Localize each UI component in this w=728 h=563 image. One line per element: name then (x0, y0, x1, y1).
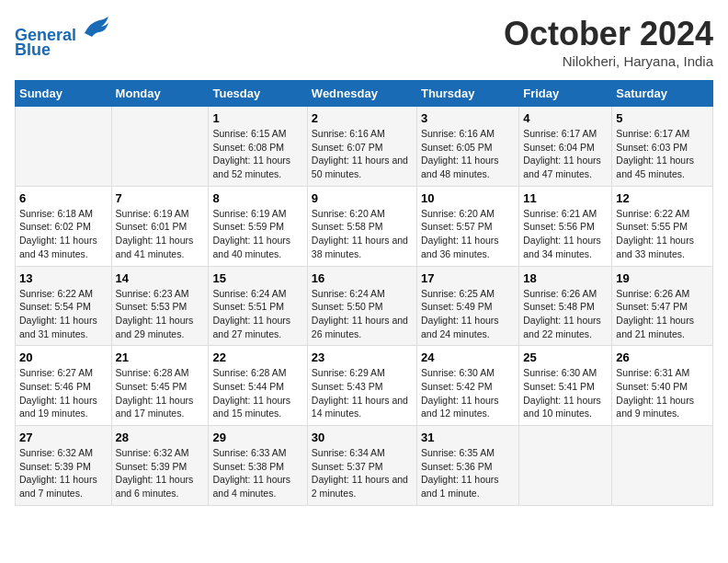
day-cell (111, 107, 209, 187)
day-cell: 30Sunrise: 6:34 AM Sunset: 5:37 PM Dayli… (307, 426, 416, 506)
day-number: 22 (212, 350, 302, 364)
day-cell: 14Sunrise: 6:23 AM Sunset: 5:53 PM Dayli… (111, 266, 209, 346)
day-number: 6 (19, 191, 108, 205)
day-cell: 17Sunrise: 6:25 AM Sunset: 5:49 PM Dayli… (416, 266, 518, 346)
day-cell: 29Sunrise: 6:33 AM Sunset: 5:38 PM Dayli… (209, 426, 307, 506)
day-cell: 20Sunrise: 6:27 AM Sunset: 5:46 PM Dayli… (16, 346, 112, 426)
day-cell: 13Sunrise: 6:22 AM Sunset: 5:54 PM Dayli… (16, 266, 112, 346)
day-cell (519, 426, 612, 506)
day-number: 19 (616, 271, 709, 285)
day-number: 16 (312, 271, 413, 285)
day-cell (612, 426, 713, 506)
day-cell: 27Sunrise: 6:32 AM Sunset: 5:39 PM Dayli… (16, 426, 112, 506)
day-cell: 7Sunrise: 6:19 AM Sunset: 6:01 PM Daylig… (111, 186, 209, 266)
day-number: 15 (212, 271, 302, 285)
day-cell: 12Sunrise: 6:22 AM Sunset: 5:55 PM Dayli… (612, 186, 713, 266)
day-cell: 4Sunrise: 6:17 AM Sunset: 6:04 PM Daylig… (519, 107, 612, 187)
day-info: Sunrise: 6:28 AM Sunset: 5:45 PM Dayligh… (116, 366, 205, 420)
day-cell: 8Sunrise: 6:19 AM Sunset: 5:59 PM Daylig… (209, 186, 307, 266)
day-cell: 10Sunrise: 6:20 AM Sunset: 5:57 PM Dayli… (416, 186, 518, 266)
day-info: Sunrise: 6:18 AM Sunset: 6:02 PM Dayligh… (19, 207, 108, 261)
day-number: 5 (616, 111, 709, 125)
col-header-saturday: Saturday (612, 81, 713, 107)
day-cell: 1Sunrise: 6:15 AM Sunset: 6:08 PM Daylig… (209, 107, 307, 187)
day-info: Sunrise: 6:17 AM Sunset: 6:03 PM Dayligh… (616, 127, 709, 181)
day-cell: 9Sunrise: 6:20 AM Sunset: 5:58 PM Daylig… (307, 186, 416, 266)
day-info: Sunrise: 6:28 AM Sunset: 5:44 PM Dayligh… (212, 366, 302, 420)
day-number: 1 (212, 111, 302, 125)
day-info: Sunrise: 6:21 AM Sunset: 5:56 PM Dayligh… (523, 207, 608, 261)
day-cell: 11Sunrise: 6:21 AM Sunset: 5:56 PM Dayli… (519, 186, 612, 266)
day-info: Sunrise: 6:32 AM Sunset: 5:39 PM Dayligh… (116, 446, 205, 500)
day-info: Sunrise: 6:22 AM Sunset: 5:55 PM Dayligh… (616, 207, 709, 261)
day-number: 24 (421, 350, 515, 364)
location-text: Nilokheri, Haryana, India (504, 53, 713, 69)
week-row-5: 27Sunrise: 6:32 AM Sunset: 5:39 PM Dayli… (16, 426, 713, 506)
day-number: 2 (312, 111, 413, 125)
day-number: 10 (421, 191, 515, 205)
day-number: 7 (116, 191, 205, 205)
week-row-4: 20Sunrise: 6:27 AM Sunset: 5:46 PM Dayli… (16, 346, 713, 426)
day-info: Sunrise: 6:26 AM Sunset: 5:48 PM Dayligh… (523, 287, 608, 341)
day-info: Sunrise: 6:22 AM Sunset: 5:54 PM Dayligh… (19, 287, 108, 341)
day-info: Sunrise: 6:27 AM Sunset: 5:46 PM Dayligh… (19, 366, 108, 420)
day-cell: 15Sunrise: 6:24 AM Sunset: 5:51 PM Dayli… (209, 266, 307, 346)
col-header-wednesday: Wednesday (307, 81, 416, 107)
day-cell: 24Sunrise: 6:30 AM Sunset: 5:42 PM Dayli… (416, 346, 518, 426)
day-number: 28 (116, 431, 205, 444)
logo-text: General Blue (15, 15, 110, 60)
day-info: Sunrise: 6:31 AM Sunset: 5:40 PM Dayligh… (616, 366, 709, 420)
day-info: Sunrise: 6:30 AM Sunset: 5:42 PM Dayligh… (421, 366, 515, 420)
day-info: Sunrise: 6:33 AM Sunset: 5:38 PM Dayligh… (212, 446, 302, 500)
day-info: Sunrise: 6:26 AM Sunset: 5:47 PM Dayligh… (616, 287, 709, 341)
day-cell: 23Sunrise: 6:29 AM Sunset: 5:43 PM Dayli… (307, 346, 416, 426)
day-info: Sunrise: 6:24 AM Sunset: 5:50 PM Dayligh… (312, 287, 413, 341)
day-info: Sunrise: 6:32 AM Sunset: 5:39 PM Dayligh… (19, 446, 108, 500)
day-number: 8 (212, 191, 302, 205)
day-cell (16, 107, 112, 187)
calendar-header-row: SundayMondayTuesdayWednesdayThursdayFrid… (16, 81, 713, 107)
day-number: 25 (523, 350, 608, 364)
page-header: General Blue October 2024 Nilokheri, Har… (15, 15, 713, 69)
day-info: Sunrise: 6:17 AM Sunset: 6:04 PM Dayligh… (523, 127, 608, 181)
col-header-monday: Monday (111, 81, 209, 107)
day-info: Sunrise: 6:15 AM Sunset: 6:08 PM Dayligh… (212, 127, 302, 181)
day-number: 26 (616, 350, 709, 364)
day-cell: 25Sunrise: 6:30 AM Sunset: 5:41 PM Dayli… (519, 346, 612, 426)
day-cell: 6Sunrise: 6:18 AM Sunset: 6:02 PM Daylig… (16, 186, 112, 266)
day-number: 27 (19, 431, 108, 444)
day-info: Sunrise: 6:25 AM Sunset: 5:49 PM Dayligh… (421, 287, 515, 341)
day-cell: 21Sunrise: 6:28 AM Sunset: 5:45 PM Dayli… (111, 346, 209, 426)
week-row-2: 6Sunrise: 6:18 AM Sunset: 6:02 PM Daylig… (16, 186, 713, 266)
day-cell: 31Sunrise: 6:35 AM Sunset: 5:36 PM Dayli… (416, 426, 518, 506)
day-number: 18 (523, 271, 608, 285)
day-info: Sunrise: 6:29 AM Sunset: 5:43 PM Dayligh… (312, 366, 413, 420)
col-header-thursday: Thursday (416, 81, 518, 107)
day-number: 23 (312, 350, 413, 364)
day-number: 20 (19, 350, 108, 364)
day-number: 21 (116, 350, 205, 364)
day-info: Sunrise: 6:30 AM Sunset: 5:41 PM Dayligh… (523, 366, 608, 420)
month-title: October 2024 (504, 15, 713, 53)
day-cell: 19Sunrise: 6:26 AM Sunset: 5:47 PM Dayli… (612, 266, 713, 346)
day-cell: 22Sunrise: 6:28 AM Sunset: 5:44 PM Dayli… (209, 346, 307, 426)
day-info: Sunrise: 6:16 AM Sunset: 6:05 PM Dayligh… (421, 127, 515, 181)
day-info: Sunrise: 6:19 AM Sunset: 5:59 PM Dayligh… (212, 207, 302, 261)
day-cell: 18Sunrise: 6:26 AM Sunset: 5:48 PM Dayli… (519, 266, 612, 346)
logo-bird-icon (83, 15, 110, 40)
col-header-tuesday: Tuesday (209, 81, 307, 107)
day-cell: 3Sunrise: 6:16 AM Sunset: 6:05 PM Daylig… (416, 107, 518, 187)
day-cell: 28Sunrise: 6:32 AM Sunset: 5:39 PM Dayli… (111, 426, 209, 506)
day-number: 17 (421, 271, 515, 285)
day-number: 31 (421, 431, 515, 444)
day-number: 3 (421, 111, 515, 125)
day-info: Sunrise: 6:16 AM Sunset: 6:07 PM Dayligh… (312, 127, 413, 181)
day-number: 9 (312, 191, 413, 205)
day-info: Sunrise: 6:23 AM Sunset: 5:53 PM Dayligh… (116, 287, 205, 341)
day-cell: 2Sunrise: 6:16 AM Sunset: 6:07 PM Daylig… (307, 107, 416, 187)
day-cell: 26Sunrise: 6:31 AM Sunset: 5:40 PM Dayli… (612, 346, 713, 426)
day-number: 13 (19, 271, 108, 285)
day-number: 12 (616, 191, 709, 205)
day-number: 4 (523, 111, 608, 125)
day-number: 11 (523, 191, 608, 205)
